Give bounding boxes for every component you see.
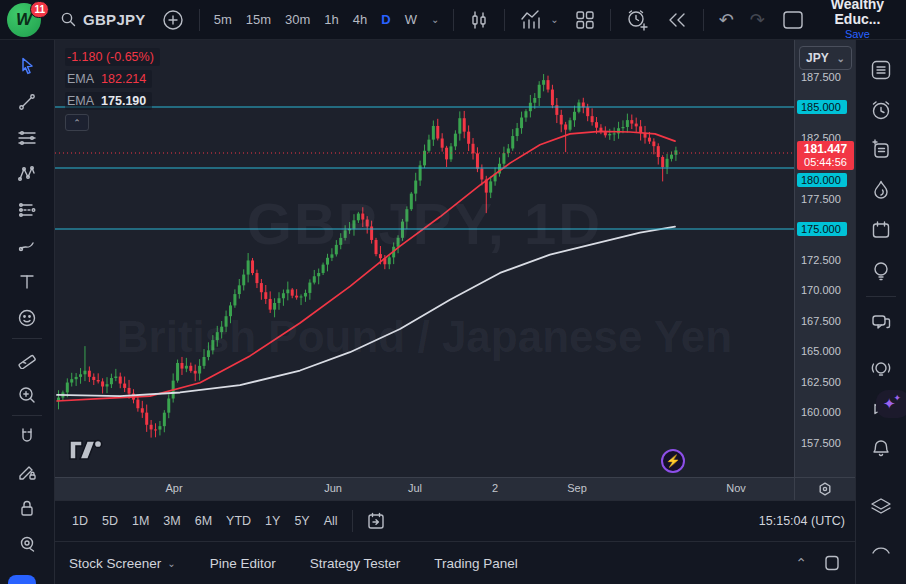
range-ytd[interactable]: YTD	[219, 510, 258, 532]
range-1d[interactable]: 1D	[65, 510, 95, 532]
watchlist-icon	[869, 58, 893, 82]
bottom-range-toolbar: 1D5D1M3M6MYTD1Y5YAll 15:15:04 (UTC)	[55, 500, 855, 541]
timeframe-15m[interactable]: 15m	[239, 6, 278, 34]
emoji-tool-button[interactable]	[8, 300, 46, 336]
chat-button[interactable]	[863, 303, 899, 343]
trend-line-icon	[17, 92, 37, 112]
zoom-in-tool-button[interactable]	[8, 377, 46, 413]
maximize-panel-icon[interactable]	[823, 554, 841, 572]
save-layout-button[interactable]	[773, 5, 813, 35]
multichart-grid-icon	[575, 10, 595, 30]
price-scale[interactable]: JPY ⌄ 187.500185.000182.500180.000177.50…	[795, 40, 855, 477]
time-axis[interactable]: AprJunJul2SepNov	[55, 477, 794, 500]
symbol-search-button[interactable]: GBPJPY	[52, 5, 154, 35]
bar-replay-button[interactable]	[658, 5, 696, 35]
alert-clock-plus-icon	[626, 9, 650, 31]
go-to-date-button[interactable]	[360, 511, 392, 531]
layout-name[interactable]: Wealthy Educ...	[819, 0, 896, 27]
hotlists-button[interactable]	[863, 170, 899, 210]
measure-tool-button[interactable]	[8, 341, 46, 377]
brush-tool-button[interactable]	[8, 228, 46, 264]
news-button[interactable]	[863, 130, 899, 170]
legend-ema-slow[interactable]: EMA175.190	[65, 92, 152, 110]
text-tool-button[interactable]	[8, 264, 46, 300]
price-scale-settings-cell[interactable]	[795, 477, 855, 500]
help-button[interactable]	[863, 529, 899, 569]
range-1y[interactable]: 1Y	[258, 510, 287, 532]
tab-pine-editor[interactable]: Pine Editor	[210, 556, 276, 571]
cursor-tool-button[interactable]	[8, 48, 46, 84]
timeframe-30m[interactable]: 30m	[278, 6, 317, 34]
indicators-dropdown-chevron[interactable]: ⌄	[550, 14, 558, 25]
lock-icon	[17, 498, 37, 518]
time-axis-label: Sep	[567, 482, 587, 494]
ai-sparkle-badge[interactable]: ✦ ✦	[876, 390, 906, 418]
timeframe-1h[interactable]: 1h	[317, 6, 345, 34]
range-5d[interactable]: 5D	[95, 510, 125, 532]
chart-canvas[interactable]: GBPJPY, 1D British Pound / Japanese Yen …	[55, 40, 794, 477]
hidden-panel-handle[interactable]	[8, 575, 36, 584]
pattern-tool-button[interactable]	[8, 156, 46, 192]
redo-button[interactable]: ↷	[742, 5, 773, 35]
legend-collapse-button[interactable]: ⌃	[65, 114, 89, 131]
undo-button[interactable]: ↶	[711, 5, 742, 35]
compare-add-symbol-button[interactable]	[154, 5, 192, 35]
ideas-button[interactable]	[863, 250, 899, 290]
watchlist-button[interactable]	[863, 50, 899, 90]
range-1m[interactable]: 1M	[125, 510, 156, 532]
range-6m[interactable]: 6M	[188, 510, 219, 532]
timeframe-5m[interactable]: 5m	[207, 6, 239, 34]
tab-stock-screener[interactable]: Stock Screener ⌄	[69, 556, 176, 571]
create-alert-button[interactable]	[618, 5, 658, 35]
price-tick: 172.500	[801, 254, 841, 266]
range-5y[interactable]: 5Y	[287, 510, 316, 532]
layers-icon	[868, 495, 894, 519]
forecast-tool-button[interactable]	[8, 192, 46, 228]
account-menu-button[interactable]: W 11	[0, 0, 52, 40]
bar-countdown: 05:44:56	[797, 156, 854, 169]
price-level-label: 180.000	[797, 173, 847, 187]
price-tick: 162.500	[801, 376, 841, 388]
range-3m[interactable]: 3M	[156, 510, 187, 532]
streams-button[interactable]	[863, 349, 899, 389]
indicators-button[interactable]: ⌄	[512, 5, 566, 35]
time-axis-label: Jul	[408, 482, 422, 494]
fib-retracement-tool-button[interactable]	[8, 120, 46, 156]
range-all[interactable]: All	[317, 510, 345, 532]
tab-strategy-tester[interactable]: Strategy Tester	[310, 556, 401, 571]
chart-style-button[interactable]	[461, 5, 497, 35]
current-price-label: 181.44705:44:56	[797, 141, 854, 170]
notifications-button[interactable]	[863, 429, 899, 469]
calendar-button[interactable]	[863, 210, 899, 250]
replay-rewind-icon	[666, 11, 688, 29]
timeframe-D[interactable]: D	[374, 6, 397, 34]
alarm-clock-icon	[869, 98, 893, 122]
magnet-icon	[17, 426, 37, 446]
currency-label: JPY	[806, 51, 829, 65]
utc-clock[interactable]: 15:15:04 (UTC)	[759, 514, 847, 528]
search-icon	[60, 11, 77, 28]
divider	[12, 415, 42, 416]
layout-name-menu[interactable]: Wealthy Educ... Save	[819, 0, 896, 42]
timeframe-W[interactable]: W	[398, 6, 424, 34]
tradingview-logo-watermark[interactable]	[68, 438, 104, 462]
object-tree-button[interactable]	[863, 487, 899, 527]
screener-dropdown-chevron[interactable]: ⌄	[167, 558, 175, 569]
magnet-mode-button[interactable]	[8, 418, 46, 454]
price-level-label: 175.000	[797, 222, 847, 236]
timeframe-dropdown-chevron[interactable]: ⌄	[424, 6, 446, 34]
notification-count-badge: 11	[30, 1, 49, 18]
lock-drawings-button[interactable]	[8, 490, 46, 526]
tab-trading-panel[interactable]: Trading Panel	[434, 556, 518, 571]
layout-grid-button[interactable]	[567, 5, 603, 35]
alerts-button[interactable]	[863, 90, 899, 130]
trend-line-tool-button[interactable]	[8, 84, 46, 120]
legend-ema-fast[interactable]: EMA182.214	[65, 70, 152, 88]
chat-bubbles-icon	[869, 311, 893, 335]
flash-event-badge[interactable]: ⚡	[661, 449, 685, 473]
currency-selector[interactable]: JPY ⌄	[799, 46, 852, 70]
hide-drawings-button[interactable]	[8, 526, 46, 562]
stay-in-drawing-mode-button[interactable]	[8, 454, 46, 490]
expand-panel-chevron[interactable]: ⌃	[795, 555, 807, 571]
timeframe-4h[interactable]: 4h	[346, 6, 374, 34]
